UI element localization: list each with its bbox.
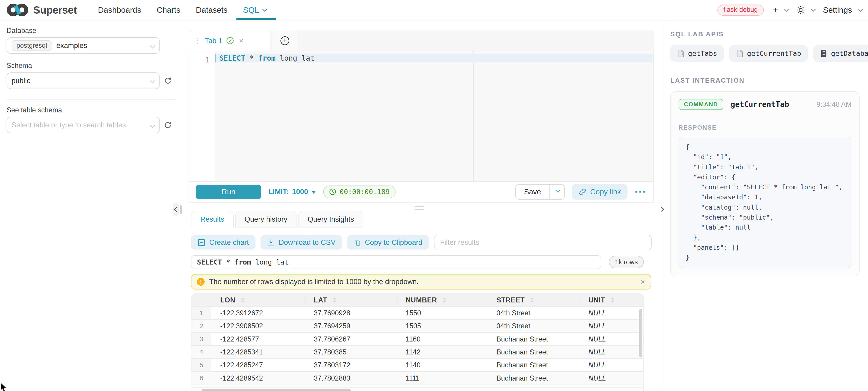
sort-icon[interactable] [333, 297, 336, 303]
get-current-tab-button[interactable]: getCurrentTab [729, 45, 808, 62]
more-options-button[interactable]: ··· [635, 187, 647, 197]
cell-lon: -122.4285247 [211, 359, 305, 371]
collapse-api-panel-button[interactable] [659, 203, 666, 216]
get-tabs-button[interactable]: getTabs [670, 45, 724, 62]
nav-datasets[interactable]: Datasets [188, 0, 235, 20]
horizontal-scrollbar[interactable] [191, 387, 643, 391]
add-tab-button[interactable]: + [272, 30, 297, 51]
settings-menu[interactable]: Settings [823, 5, 861, 14]
cell-lat: 37.7690928 [305, 306, 397, 320]
refresh-schemas-button[interactable] [164, 77, 172, 85]
cell-number: 1160 [397, 333, 488, 346]
limit-dropdown[interactable]: LIMIT: 1000 [269, 188, 316, 196]
nav-charts[interactable]: Charts [149, 0, 188, 20]
brand[interactable]: Superset [7, 3, 77, 17]
clock-icon [329, 188, 336, 195]
line-number: 1 [205, 56, 210, 64]
scrollbar-thumb[interactable] [202, 389, 351, 391]
sort-icon[interactable] [443, 297, 446, 303]
filter-results-input[interactable] [434, 235, 652, 250]
nav-dashboards[interactable]: Dashboards [90, 0, 149, 20]
cell-unit: NULL [580, 359, 643, 371]
database-type-tag: postgresql [11, 40, 52, 51]
tab-query-history[interactable]: Query history [235, 211, 297, 228]
query-timer: 00:00:00.189 [323, 186, 396, 198]
link-icon [579, 188, 586, 196]
sql-code-editor[interactable]: 1 SELECT * from long_lat [189, 51, 653, 181]
panel-resize-handle[interactable] [415, 206, 424, 211]
schema-select[interactable]: public [7, 72, 160, 89]
schema-label: Schema [7, 62, 176, 69]
chevron-down-icon [784, 7, 789, 11]
cell-lon: -122.3908502 [211, 320, 305, 332]
sql-code-line[interactable]: SELECT * from long_lat [215, 54, 653, 62]
download-csv-button[interactable]: Download to CSV [260, 235, 342, 250]
caret-down-icon [311, 191, 316, 194]
table-header-row: LON LAT NUMBER STREET UNIT [191, 294, 643, 306]
main-nav: Dashboards Charts Datasets SQL [90, 0, 273, 20]
row-count-badge: 1k rows [609, 256, 644, 268]
tab-query-insights[interactable]: Query Insights [299, 211, 363, 228]
cell-lon: -122.4285341 [211, 346, 305, 359]
copy-link-button[interactable]: Copy link [572, 184, 627, 200]
chevron-down-icon [150, 122, 155, 128]
sort-icon[interactable] [611, 297, 614, 303]
cell-lon: -122.428577 [211, 333, 305, 346]
drag-handle-icon[interactable]: ⋮ [194, 37, 201, 44]
copy-clipboard-button[interactable]: Copy to Clipboard [347, 235, 429, 250]
download-icon [267, 239, 275, 247]
close-tab-icon[interactable]: × [239, 37, 244, 44]
editor-tab-1[interactable]: ⋮ Tab 1 × [189, 30, 270, 51]
sidebar-resize-handle[interactable] [180, 205, 182, 214]
sql-editor-panel: 1 SELECT * from long_lat Run LIMIT: 1000 [189, 51, 654, 202]
row-number: 6 [191, 371, 211, 384]
chevron-down-icon [262, 7, 267, 11]
divider [7, 143, 176, 143]
plus-circle-icon: + [280, 36, 289, 45]
column-header-unit[interactable]: UNIT [580, 294, 643, 306]
cell-street: Buchanan Street [488, 346, 580, 359]
nav-sql[interactable]: SQL [235, 0, 273, 20]
cell-unit: NULL [580, 371, 643, 384]
column-header-lat[interactable]: LAT [305, 294, 397, 306]
chevron-down-icon [556, 188, 560, 193]
command-name: getCurrentTab [731, 100, 789, 109]
theme-menu[interactable] [797, 6, 814, 14]
response-json-box: { "id": "1", "title": "Tab 1", "editor":… [679, 137, 851, 268]
table-select[interactable]: Select table or type to search tables [7, 117, 160, 133]
sort-icon[interactable] [530, 297, 534, 303]
api-panel: SQL LAB APIS getTabs getCurrentTab [664, 21, 868, 391]
save-options-button[interactable] [549, 185, 564, 199]
create-chart-button[interactable]: Create chart [191, 235, 255, 250]
close-alert-icon[interactable]: × [641, 278, 645, 286]
vertical-scrollbar[interactable] [639, 309, 642, 358]
navbar: Superset Dashboards Charts Datasets SQL … [0, 0, 868, 21]
document-icon [677, 49, 684, 58]
refresh-icon [164, 121, 172, 129]
database-select[interactable]: postgresql examples [7, 37, 160, 54]
new-item-menu[interactable]: + [773, 5, 787, 14]
tab-results[interactable]: Results [191, 211, 234, 228]
query-preview[interactable]: SELECT * from long_lat [191, 255, 601, 269]
schema-value: public [11, 76, 30, 85]
get-databases-button[interactable]: getDatabases [813, 45, 868, 62]
superset-logo-icon [7, 3, 29, 17]
save-button[interactable]: Save [516, 185, 549, 199]
cell-lat: 37.7802883 [305, 371, 397, 384]
row-number: 4 [191, 346, 211, 359]
plus-icon: + [773, 5, 778, 14]
results-section: Results Query history Query Insights Cre… [191, 211, 652, 391]
refresh-tables-button[interactable] [164, 121, 172, 129]
check-circle-icon [226, 37, 234, 44]
column-header-lon[interactable]: LON [211, 294, 305, 306]
sql-lab-app: Superset Dashboards Charts Datasets SQL … [0, 0, 868, 391]
column-header-number[interactable]: NUMBER [397, 294, 488, 306]
sort-icon[interactable] [241, 297, 245, 303]
results-tabstrip: Results Query history Query Insights [191, 211, 652, 228]
table-select-placeholder: Select table or type to search tables [11, 121, 126, 129]
column-header-street[interactable]: STREET [488, 294, 580, 306]
interaction-timestamp: 9:34:48 AM [816, 100, 851, 108]
run-button[interactable]: Run [196, 185, 261, 199]
collapse-sidebar-button[interactable] [173, 203, 179, 216]
chevron-down-icon [150, 43, 155, 48]
